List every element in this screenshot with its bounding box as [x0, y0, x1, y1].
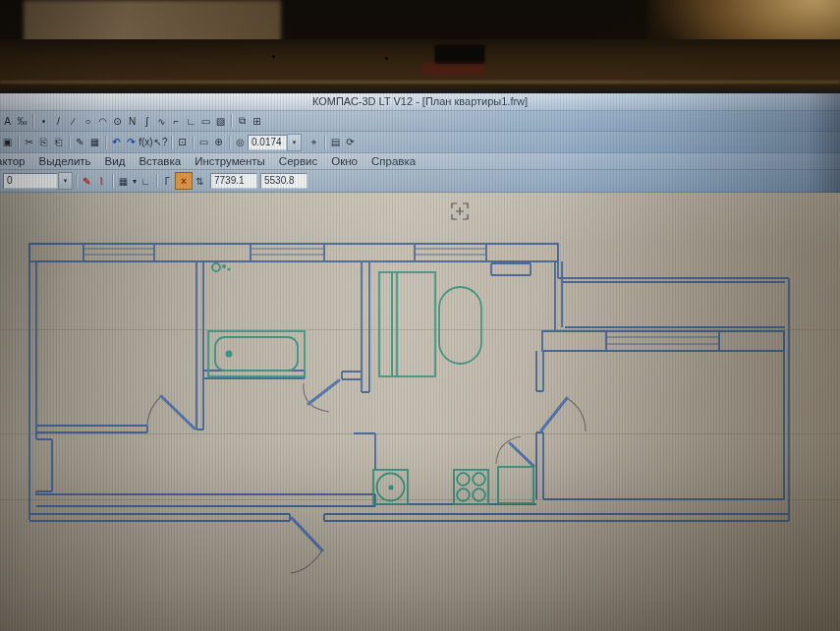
drawing-canvas[interactable] — [0, 193, 840, 631]
table-icon[interactable]: ▦ — [87, 135, 102, 150]
menu-item-service[interactable]: Сервис — [272, 155, 324, 167]
pan-icon[interactable]: ⌖ — [307, 135, 321, 150]
cursor-y-field[interactable]: 5530.8 — [260, 173, 308, 189]
current-state-bar: 0 ▾ ✎ ⌇ ▦ ▾ ∟ Γ × ⇅ 7739.1 5530.8 — [0, 170, 840, 194]
paste-icon[interactable]: ⎗ — [51, 135, 66, 150]
toolbar-separator — [18, 136, 19, 149]
toolbar-separator — [32, 114, 33, 128]
toolbar-separator — [69, 136, 70, 149]
refresh-view-icon[interactable]: ⟳ — [343, 135, 358, 150]
zoom-in-icon[interactable]: ⊕ — [211, 135, 226, 150]
undo-icon[interactable]: ↶ — [109, 135, 124, 150]
grid-dropdown-caret-icon[interactable]: ▾ — [131, 173, 139, 189]
toolbar-separator — [156, 174, 157, 188]
fridge[interactable] — [498, 467, 533, 503]
oval-table[interactable] — [439, 287, 481, 364]
menu-item-insert[interactable]: Вставка — [132, 155, 188, 167]
circle-icon[interactable]: ○ — [81, 113, 95, 129]
standard-toolbar: ▣ ✂ ⎘ ⎗ ✎ ▦ ↶ ↷ f(x) ↖? ⊡ ▭ ⊕ ◎ 0.0174 ▾… — [0, 132, 840, 153]
geometry-toolbar: А ‰ • / ∕ ○ ◠ ⊙ N ʃ ∿ ⌐ ∟ ▭ ▨ ⧉ ⊞ — [0, 111, 840, 132]
cut-icon[interactable]: ✂ — [22, 135, 36, 150]
laptop-bezel — [0, 39, 840, 93]
walls[interactable] — [29, 244, 789, 521]
corner-line-icon[interactable]: ∟ — [184, 113, 198, 129]
circle-axes-icon[interactable]: ⊙ — [110, 113, 125, 129]
copy-properties-icon[interactable]: ✎ — [73, 135, 87, 150]
polyline-icon[interactable]: ⌐ — [169, 113, 184, 129]
toolbar-separator — [76, 174, 77, 188]
arc-icon[interactable]: ◠ — [95, 113, 110, 129]
toolbar-separator — [231, 114, 232, 128]
pen-style-icon[interactable]: ⌇ — [94, 173, 109, 189]
webcam — [435, 45, 484, 64]
menu-item-view[interactable]: Вид — [98, 155, 133, 167]
redo-icon[interactable]: ↷ — [124, 135, 139, 150]
auxiliary-line-icon[interactable]: / — [51, 113, 66, 129]
menu-item-tools[interactable]: Инструменты — [188, 155, 272, 167]
cursor-x-field[interactable]: 7739.1 — [210, 173, 257, 189]
faucet[interactable] — [212, 263, 231, 271]
grid-icon[interactable]: ▦ — [116, 173, 131, 189]
slope-tool-icon[interactable]: ‰ — [15, 113, 29, 129]
menu-item-editor[interactable]: Редактор — [0, 155, 32, 167]
menu-item-help[interactable]: Справка — [364, 155, 422, 167]
window-title: КОМПАС-3D LT V12 - [План квартиры1.frw] — [312, 95, 528, 107]
line-style-icon[interactable]: ✎ — [80, 173, 94, 189]
segment-icon[interactable]: ∕ — [66, 113, 81, 129]
wardrobe[interactable] — [379, 272, 435, 376]
menu-bar: Редактор Выделить Вид Вставка Инструмент… — [0, 153, 840, 170]
corner-icon[interactable]: Γ — [160, 173, 175, 189]
snap-icon[interactable]: × — [175, 172, 193, 190]
lid-edge-highlight — [0, 81, 840, 84]
wave-curve-icon[interactable]: ∿ — [154, 113, 169, 129]
variables-icon[interactable]: f(x) — [139, 135, 153, 150]
app-window: КОМПАС-3D LT V12 - [План квартиры1.frw] … — [0, 93, 840, 631]
menu-item-window[interactable]: Окно — [324, 155, 364, 167]
layer-combo[interactable]: 0 — [3, 173, 58, 189]
point-icon[interactable]: • — [36, 113, 51, 129]
photo-of-laptop-screen: КОМПАС-3D LT V12 - [План квартиры1.frw] … — [0, 0, 840, 631]
hatch-icon[interactable]: ▨ — [213, 113, 228, 129]
windows[interactable] — [84, 249, 719, 344]
zoom-out-icon[interactable]: ◎ — [233, 135, 248, 150]
object-help-icon[interactable]: ↖? — [153, 135, 168, 150]
door-arcs[interactable] — [147, 383, 586, 573]
insert-fragment-icon[interactable]: ⊞ — [250, 113, 264, 129]
toolbar-separator — [193, 136, 194, 149]
spline-icon[interactable]: N — [125, 113, 140, 129]
bathtub[interactable] — [208, 331, 305, 376]
door-leaves[interactable] — [161, 380, 567, 550]
laptop-logo — [422, 63, 485, 75]
stove[interactable] — [454, 470, 488, 504]
fixtures[interactable] — [208, 263, 533, 504]
show-all-icon[interactable]: ▤ — [328, 135, 343, 150]
zoom-frame-icon[interactable]: ⊡ — [175, 135, 190, 150]
copy-icon[interactable]: ⎘ — [36, 135, 51, 150]
toolbar-separator — [324, 136, 325, 149]
mic-dot — [385, 57, 388, 60]
zoom-dropdown-button[interactable]: ▾ — [287, 134, 302, 151]
rectangle-icon[interactable]: ▭ — [198, 113, 213, 129]
zoom-window-icon[interactable]: ▭ — [196, 135, 211, 150]
text-tool-icon[interactable]: А — [0, 113, 15, 129]
local-axes-icon[interactable]: ∟ — [139, 173, 153, 189]
toolbar-separator — [171, 136, 172, 149]
window-titlebar[interactable]: КОМПАС-3D LT V12 - [План квартиры1.frw] — [0, 93, 840, 111]
menu-item-select[interactable]: Выделить — [32, 155, 98, 167]
collect-objects-icon[interactable]: ⧉ — [235, 113, 250, 129]
layer-dropdown-button[interactable]: ▾ — [58, 172, 73, 190]
kitchen-sink[interactable] — [373, 470, 408, 504]
floor-plan-drawing — [0, 193, 840, 631]
new-window-icon[interactable]: ▣ — [0, 135, 15, 150]
toolbar-separator — [112, 174, 113, 188]
toolbar-separator — [229, 136, 230, 149]
ortho-icon[interactable]: ⇅ — [193, 173, 207, 189]
bezier-icon[interactable]: ʃ — [140, 113, 154, 129]
mic-dot — [272, 55, 275, 58]
toolbar-separator — [105, 136, 106, 149]
zoom-scale-input[interactable]: 0.0174 — [248, 135, 287, 150]
view-reference-cursor — [452, 203, 468, 219]
